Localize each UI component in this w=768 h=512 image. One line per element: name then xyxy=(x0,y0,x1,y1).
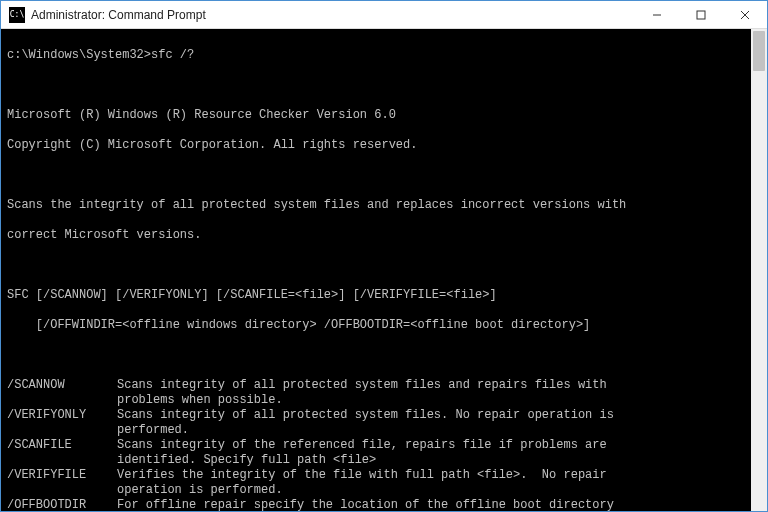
option-name: /OFFBOOTDIR xyxy=(7,498,117,511)
vertical-scrollbar[interactable] xyxy=(751,29,767,511)
option-name xyxy=(7,453,117,468)
console-area: c:\Windows\System32>sfc /? Microsoft (R)… xyxy=(1,29,767,511)
copyright-line: Copyright (C) Microsoft Corporation. All… xyxy=(7,138,745,153)
option-row: /VERIFYONLYScans integrity of all protec… xyxy=(7,408,745,423)
option-description: identified. Specify full path <file> xyxy=(117,453,376,468)
option-row: /OFFBOOTDIRFor offline repair specify th… xyxy=(7,498,745,511)
window-controls xyxy=(635,1,767,28)
usage-line: [/OFFWINDIR=<offline windows directory> … xyxy=(7,318,745,333)
option-name xyxy=(7,423,117,438)
option-row: operation is performed. xyxy=(7,483,745,498)
maximize-button[interactable] xyxy=(679,1,723,28)
usage-line: SFC [/SCANNOW] [/VERIFYONLY] [/SCANFILE=… xyxy=(7,288,745,303)
option-description: Scans integrity of all protected system … xyxy=(117,408,614,423)
console-output[interactable]: c:\Windows\System32>sfc /? Microsoft (R)… xyxy=(1,29,751,511)
option-description: problems when possible. xyxy=(117,393,283,408)
option-name: /VERIFYFILE xyxy=(7,468,117,483)
option-row: /VERIFYFILEVerifies the integrity of the… xyxy=(7,468,745,483)
option-description: Scans integrity of all protected system … xyxy=(117,378,607,393)
option-description: operation is performed. xyxy=(117,483,283,498)
option-description: Verifies the integrity of the file with … xyxy=(117,468,607,483)
close-button[interactable] xyxy=(723,1,767,28)
option-name: /VERIFYONLY xyxy=(7,408,117,423)
app-icon: C:\ xyxy=(9,7,25,23)
prompt-line: c:\Windows\System32>sfc /? xyxy=(7,48,745,63)
option-row: identified. Specify full path <file> xyxy=(7,453,745,468)
svg-rect-1 xyxy=(697,11,705,19)
option-description: performed. xyxy=(117,423,189,438)
option-name: /SCANFILE xyxy=(7,438,117,453)
minimize-button[interactable] xyxy=(635,1,679,28)
option-row: problems when possible. xyxy=(7,393,745,408)
option-row: /SCANFILEScans integrity of the referenc… xyxy=(7,438,745,453)
option-row: /SCANNOWScans integrity of all protected… xyxy=(7,378,745,393)
option-description: For offline repair specify the location … xyxy=(117,498,614,511)
scroll-thumb[interactable] xyxy=(753,31,765,71)
header-line: Microsoft (R) Windows (R) Resource Check… xyxy=(7,108,745,123)
description-line: correct Microsoft versions. xyxy=(7,228,745,243)
option-row: performed. xyxy=(7,423,745,438)
option-name xyxy=(7,483,117,498)
option-name xyxy=(7,393,117,408)
option-name: /SCANNOW xyxy=(7,378,117,393)
titlebar[interactable]: C:\ Administrator: Command Prompt xyxy=(1,1,767,29)
description-line: Scans the integrity of all protected sys… xyxy=(7,198,745,213)
option-description: Scans integrity of the referenced file, … xyxy=(117,438,607,453)
window-title: Administrator: Command Prompt xyxy=(31,8,635,22)
command-prompt-window: C:\ Administrator: Command Prompt c:\Win… xyxy=(0,0,768,512)
